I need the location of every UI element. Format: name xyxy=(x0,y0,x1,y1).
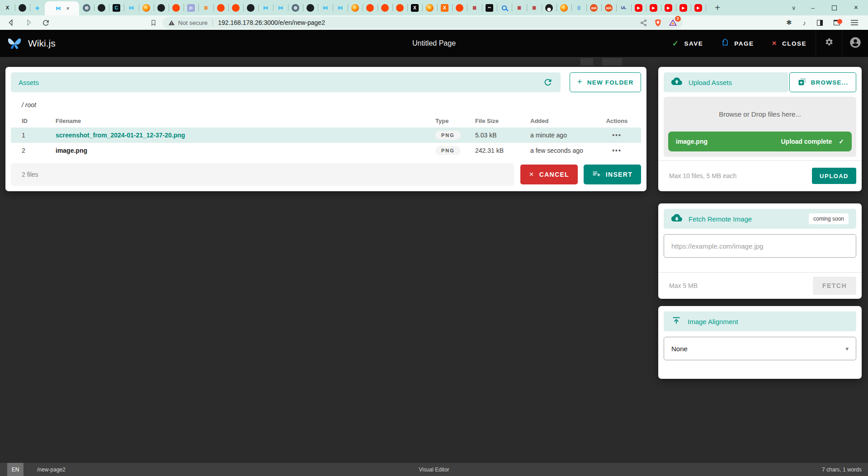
asset-row-1[interactable]: 1screenshot_from_2024-01-21_12-37-20.png… xyxy=(11,127,641,143)
browser-tab-wikijs[interactable]: ⋈ xyxy=(273,0,288,15)
browser-tab-penguin[interactable] xyxy=(542,0,557,15)
file-count: 2 files xyxy=(22,171,38,178)
brave-shield-icon[interactable] xyxy=(654,19,662,27)
upload-button[interactable]: UPLOAD xyxy=(812,168,856,184)
forward-button[interactable] xyxy=(23,17,34,28)
browser-tab-reddit[interactable] xyxy=(377,0,392,15)
browser-tab-wikijs[interactable]: ⋈ xyxy=(333,0,348,15)
browser-tab-diamond-app[interactable]: ◈ xyxy=(30,0,45,15)
bookmark-icon[interactable] xyxy=(147,17,159,28)
browser-tab-list-app[interactable]: ≣ xyxy=(512,0,527,15)
browser-navbar: Not secure 192.168.178.26:3000/e/en/new-… xyxy=(0,15,868,30)
browser-tab-youtube[interactable]: ▶ xyxy=(631,0,646,15)
browser-tab-wikijs-active[interactable]: ⋈× xyxy=(45,1,79,15)
browser-tab-github[interactable] xyxy=(303,0,318,15)
asset-filename[interactable]: image.png xyxy=(56,147,435,154)
asset-actions-button[interactable]: ••• xyxy=(598,132,636,139)
back-button[interactable] xyxy=(5,17,17,28)
browser-tab-x-app[interactable]: X xyxy=(0,0,15,15)
brave-rewards-icon[interactable]: 2 xyxy=(669,19,677,27)
page-properties-button[interactable]: PAGE xyxy=(712,30,763,57)
address-bar[interactable]: Not secure 192.168.178.26:3000/e/en/new-… xyxy=(163,17,683,28)
browser-tab-brackets-app[interactable]: {} xyxy=(571,0,586,15)
browser-tab-firefox[interactable] xyxy=(557,0,571,15)
browser-tab-reddit[interactable] xyxy=(363,0,377,15)
browser-tab-globe-app[interactable]: ⊕ xyxy=(288,0,303,15)
page-path: /new-page2 xyxy=(37,467,66,473)
browser-tab-x-chip[interactable]: X xyxy=(407,0,422,15)
share-icon[interactable] xyxy=(640,19,647,27)
youtube-favicon: ▶ xyxy=(635,4,642,12)
browser-tab-code-app[interactable]: C xyxy=(109,0,124,15)
browser-tab-github[interactable] xyxy=(154,0,169,15)
browser-tab-list-app[interactable]: ≣ xyxy=(527,0,542,15)
close-window-button[interactable]: × xyxy=(854,4,858,12)
language-badge[interactable]: EN xyxy=(7,463,24,476)
cloud-download-icon xyxy=(671,212,682,225)
browser-tab-reddit[interactable] xyxy=(228,0,243,15)
browser-tab-wikijs[interactable]: ⋈ xyxy=(318,0,333,15)
jc-app-favicon: jc xyxy=(187,4,195,12)
save-check-icon: ✓ xyxy=(672,39,679,48)
browser-tab-xfce[interactable]: X xyxy=(437,0,452,15)
media-extension-icon[interactable]: ♪ xyxy=(803,19,807,27)
browser-tab-reddit[interactable] xyxy=(169,0,184,15)
browser-tab-ul-app[interactable]: UL xyxy=(616,0,631,15)
new-folder-button[interactable]: + NEW FOLDER xyxy=(570,72,641,92)
reader-mode-icon[interactable] xyxy=(817,20,823,26)
browser-tab-youtube[interactable]: ▶ xyxy=(691,0,706,15)
not-secure-warning-icon[interactable] xyxy=(168,19,175,26)
browser-tab-github[interactable] xyxy=(243,0,258,15)
browser-tab-globe-app[interactable]: ⊕ xyxy=(79,0,94,15)
new-tab-button[interactable]: + xyxy=(711,3,724,13)
remote-image-url-input[interactable] xyxy=(664,234,856,258)
browser-tab-wikijs[interactable]: ⋈ xyxy=(258,0,273,15)
browser-tab-github[interactable] xyxy=(15,0,30,15)
browser-tab-youtube[interactable]: ▶ xyxy=(676,0,691,15)
extension-icon[interactable]: ✱ xyxy=(786,19,792,27)
asset-filename[interactable]: screenshot_from_2024-01-21_12-37-20.png xyxy=(56,132,435,139)
browser-tab-askubuntu[interactable]: ask xyxy=(586,0,601,15)
browser-tab-jc-app[interactable]: jc xyxy=(184,0,198,15)
browser-tab-github[interactable] xyxy=(94,0,109,15)
settings-button[interactable] xyxy=(816,30,842,57)
account-button[interactable] xyxy=(842,30,868,57)
browser-tab-dots-app[interactable]: •• xyxy=(482,0,497,15)
playlist-add-icon xyxy=(592,170,601,179)
url-text[interactable]: 192.168.178.26:3000/e/en/new-page2 xyxy=(218,19,633,26)
dropzone[interactable]: Browse or Drop files here... image.png U… xyxy=(664,97,856,157)
browser-tab-askubuntu[interactable]: ask xyxy=(601,0,616,15)
browser-tab-search-app[interactable] xyxy=(497,0,512,15)
youtube-favicon: ▶ xyxy=(665,4,672,12)
browser-tab-reddit[interactable] xyxy=(452,0,467,15)
browser-tab-reddit[interactable] xyxy=(392,0,407,15)
browser-tab-youtube[interactable]: ▶ xyxy=(646,0,661,15)
cancel-button[interactable]: × CANCEL xyxy=(520,165,577,184)
browser-tab-firefox[interactable] xyxy=(422,0,437,15)
browser-tab-firefox[interactable] xyxy=(348,0,363,15)
reload-button[interactable] xyxy=(40,17,52,28)
window-manager-icon[interactable] xyxy=(834,20,840,25)
alignment-select[interactable]: None ▾ xyxy=(664,337,856,360)
maximize-button[interactable] xyxy=(832,5,837,10)
save-button[interactable]: ✓ SAVE xyxy=(663,30,712,57)
browser-tab-youtube[interactable]: ▶ xyxy=(661,0,676,15)
browse-button[interactable]: BROWSE... xyxy=(789,72,856,92)
browser-tab-wikijs[interactable]: ⋈ xyxy=(124,0,139,15)
brand[interactable]: Wiki.js xyxy=(6,36,56,51)
tab-search-button[interactable]: ∨ xyxy=(792,5,796,11)
browser-tab-stackoverflow[interactable]: ≣ xyxy=(198,0,213,15)
fetch-button[interactable]: FETCH xyxy=(813,277,856,295)
insert-button[interactable]: INSERT xyxy=(584,165,641,184)
browser-tab-firefox[interactable] xyxy=(139,0,154,15)
refresh-button[interactable] xyxy=(543,77,553,87)
github-favicon xyxy=(157,4,165,12)
close-editor-button[interactable]: × CLOSE xyxy=(763,30,816,57)
minimize-button[interactable]: – xyxy=(811,5,814,11)
asset-row-2[interactable]: 2image.pngPNG242.31 kBa few seconds ago•… xyxy=(11,143,641,158)
asset-actions-button[interactable]: ••• xyxy=(598,147,636,154)
browser-tab-reddit[interactable] xyxy=(213,0,228,15)
browser-tab-list-app[interactable]: ≣ xyxy=(467,0,482,15)
tab-close-icon[interactable]: × xyxy=(66,5,70,11)
menu-icon[interactable] xyxy=(851,20,858,25)
